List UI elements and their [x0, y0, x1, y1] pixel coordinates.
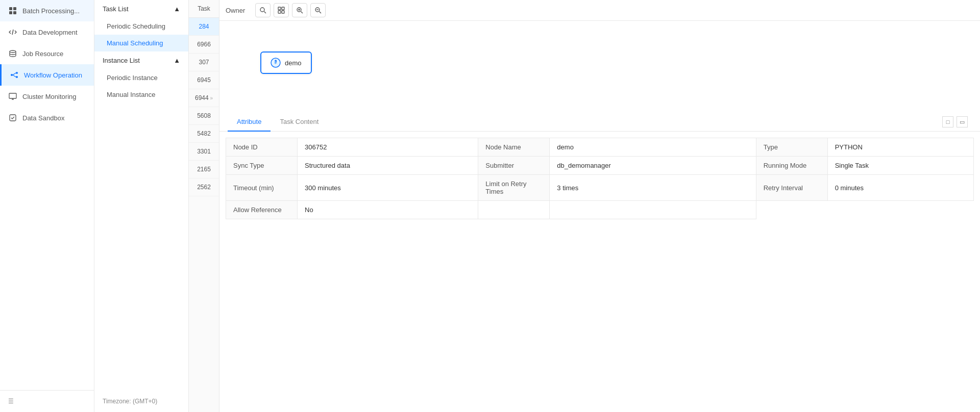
svg-point-6 [11, 74, 13, 76]
sidebar-item-cluster-monitoring[interactable]: Cluster Monitoring [0, 86, 94, 107]
table-row: Timeout (min)300 minutesLimit on Retry T… [226, 175, 974, 201]
nav-item-manual-instance[interactable]: Manual Instance [94, 86, 188, 103]
node-label: demo [285, 59, 302, 67]
task-item-6945[interactable]: 6945 [189, 71, 219, 89]
code-icon [8, 28, 17, 37]
nav-panel: Task List ▲ Periodic Scheduling Manual S… [94, 0, 189, 412]
database-icon [8, 49, 17, 58]
workflow-icon [10, 70, 19, 80]
sidebar-item-data-development[interactable]: Data Development [0, 21, 94, 43]
sidebar-label-batch: Batch Processing... [22, 7, 80, 15]
attr-label: Type [756, 138, 827, 157]
node-python-icon [271, 58, 281, 68]
owner-label: Owner [226, 7, 245, 14]
table-row: Node ID306752Node NamedemoTypePYTHON [226, 138, 974, 157]
nav-item-periodic-scheduling[interactable]: Periodic Scheduling [94, 18, 188, 35]
svg-line-10 [13, 75, 16, 77]
tab-attribute[interactable]: Attribute [228, 113, 271, 132]
svg-rect-11 [9, 93, 16, 98]
svg-point-30 [276, 63, 277, 64]
menu-icon: ☰ [8, 398, 14, 405]
sidebar-item-workflow-operation[interactable]: Workflow Operation [0, 64, 94, 86]
attr-label: Submitter [478, 157, 550, 175]
collapse-button[interactable]: ▭ [957, 116, 968, 127]
svg-rect-20 [282, 11, 284, 13]
sidebar-footer: ☰ [0, 390, 94, 412]
attr-value: 0 minutes [827, 175, 973, 201]
sidebar: Batch Processing... Data Development Job… [0, 0, 94, 412]
sidebar-label-workflow: Workflow Operation [24, 71, 82, 79]
sidebar-label-data-dev: Data Development [22, 29, 78, 36]
tabs-left: Attribute Task Content [228, 113, 328, 131]
attr-value: No [298, 201, 478, 219]
task-item-6966[interactable]: 6966 [189, 36, 219, 54]
canvas-area: demo [219, 21, 980, 113]
svg-point-5 [10, 50, 16, 53]
svg-point-8 [16, 76, 18, 78]
task-column-header: Task [189, 0, 219, 18]
task-item-3301[interactable]: 3301 [189, 143, 219, 161]
sidebar-label-cluster: Cluster Monitoring [22, 93, 77, 100]
workflow-node-demo[interactable]: demo [260, 52, 312, 74]
attr-value [550, 201, 756, 219]
tabs-bar: Attribute Task Content □ ▭ [219, 113, 980, 132]
sidebar-item-batch-processing[interactable]: Batch Processing... [0, 0, 94, 21]
task-item-6944[interactable]: 6944 » [189, 89, 219, 107]
expand-button[interactable]: □ [942, 116, 953, 127]
attr-value: 306752 [298, 138, 478, 157]
tab-task-content[interactable]: Task Content [271, 113, 328, 132]
sandbox-icon [8, 113, 17, 122]
task-item-5608[interactable]: 5608 [189, 107, 219, 125]
zoom-out-button[interactable] [310, 3, 326, 17]
task-item-2562[interactable]: 2562 [189, 178, 219, 196]
task-item-2165[interactable]: 2165 [189, 161, 219, 178]
svg-rect-1 [13, 7, 16, 10]
svg-rect-2 [9, 11, 12, 14]
chevron-up-icon: ▲ [174, 5, 180, 13]
zoom-in-button[interactable] [292, 3, 307, 17]
tabs-right: □ ▭ [942, 116, 972, 127]
svg-rect-17 [278, 7, 281, 10]
attr-label: Sync Type [226, 157, 298, 175]
attr-label: Node ID [226, 138, 298, 157]
chevron-right-icon: » [209, 95, 213, 101]
attr-label: Allow Reference [226, 201, 298, 219]
task-list-column: Task 284696630769456944 »560854823301216… [189, 0, 219, 412]
svg-rect-14 [10, 115, 16, 121]
sidebar-label-sandbox: Data Sandbox [22, 114, 64, 122]
task-item-307[interactable]: 307 [189, 54, 219, 71]
svg-rect-18 [282, 7, 284, 10]
svg-point-29 [275, 61, 276, 62]
attr-label: Running Mode [756, 157, 827, 175]
attr-value: db_demomanager [550, 157, 756, 175]
attributes-table: Node ID306752Node NamedemoTypePYTHONSync… [226, 138, 974, 219]
attr-value: Single Task [827, 157, 973, 175]
zoom-fit-button[interactable] [255, 3, 271, 17]
instance-list-header[interactable]: Instance List ▲ [94, 52, 188, 69]
main-content: Owner [219, 0, 980, 412]
table-row: Sync TypeStructured dataSubmitterdb_demo… [226, 157, 974, 175]
nav-item-periodic-instance[interactable]: Periodic Instance [94, 69, 188, 86]
nav-item-manual-scheduling[interactable]: Manual Scheduling [94, 35, 188, 52]
top-bar: Owner [219, 0, 980, 21]
sidebar-item-job-resource[interactable]: Job Resource [0, 43, 94, 64]
attr-value: PYTHON [827, 138, 973, 157]
task-item-284[interactable]: 284 [189, 18, 219, 36]
attr-label: Node Name [478, 138, 550, 157]
svg-rect-0 [9, 7, 12, 10]
attr-value [478, 201, 550, 219]
svg-line-9 [13, 73, 16, 75]
monitor-icon [8, 92, 17, 101]
table-row: Allow ReferenceNo [226, 201, 974, 219]
attr-value: Structured data [298, 157, 478, 175]
full-screen-button[interactable] [274, 3, 289, 17]
attr-label: Limit on Retry Times [478, 175, 550, 201]
svg-line-16 [264, 12, 266, 14]
sidebar-item-data-sandbox[interactable]: Data Sandbox [0, 107, 94, 128]
toolbar [255, 3, 974, 17]
task-item-5482[interactable]: 5482 [189, 125, 219, 143]
svg-line-22 [301, 12, 303, 14]
attr-value: demo [550, 138, 756, 157]
task-list-header[interactable]: Task List ▲ [94, 0, 188, 18]
svg-rect-19 [278, 11, 281, 13]
